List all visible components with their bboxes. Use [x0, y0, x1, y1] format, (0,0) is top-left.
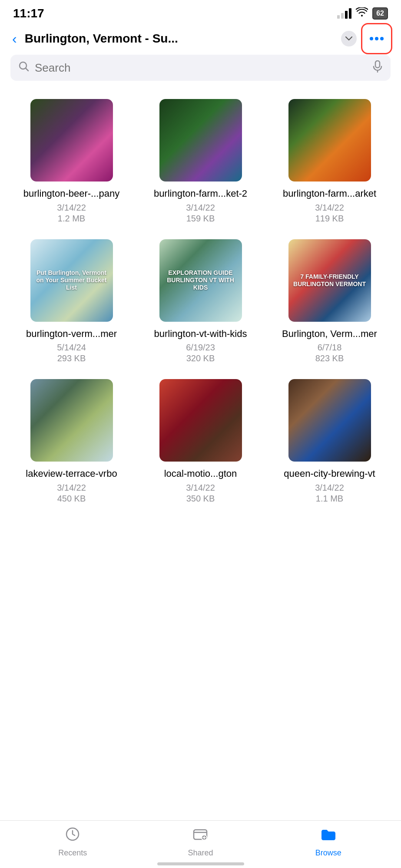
file-date: 3/14/22 [186, 483, 215, 493]
tab-browse[interactable]: Browse [265, 826, 392, 858]
tab-recents-label: Recents [58, 848, 87, 858]
file-name: burlington-farm...ket-2 [154, 188, 247, 200]
file-size: 119 KB [315, 214, 344, 224]
tab-recents[interactable]: Recents [9, 826, 136, 858]
home-indicator [157, 862, 244, 865]
file-size: 293 KB [57, 353, 86, 363]
svg-rect-1 [375, 61, 380, 68]
chevron-down-icon[interactable] [341, 31, 357, 46]
file-thumbnail [288, 99, 371, 182]
file-item[interactable]: 7 FAMILY-FRIENDLY BURLINGTON VERMONT Bur… [265, 232, 394, 373]
tab-bar: Recents Shared Browse [0, 820, 401, 868]
file-size: 823 KB [315, 353, 344, 363]
more-button[interactable] [361, 23, 392, 54]
ellipsis-icon [370, 37, 384, 40]
file-thumbnail: EXPLORATION GUIDE BURLINGTON VT WITH KID… [159, 239, 242, 322]
nav-bar: ‹ Burlington, Vermont - Su... [0, 24, 401, 53]
file-item[interactable]: burlington-farm...arket 3/14/22 119 KB [265, 92, 394, 232]
back-button[interactable]: ‹ [9, 29, 20, 49]
status-time: 11:17 [13, 7, 44, 20]
recents-icon [65, 826, 80, 846]
file-thumbnail: Put Burlington, Vermont on Your Summer B… [30, 239, 113, 322]
file-size: 350 KB [186, 494, 215, 504]
file-date: 3/14/22 [57, 203, 86, 213]
file-name: burlington-verm...mer [26, 328, 117, 340]
file-thumbnail [30, 379, 113, 462]
file-size: 1.1 MB [316, 494, 343, 504]
browse-icon [320, 826, 337, 846]
file-date: 3/14/22 [315, 203, 344, 213]
file-size: 450 KB [57, 494, 86, 504]
file-thumbnail [288, 379, 371, 462]
tab-shared-label: Shared [188, 848, 213, 858]
file-date: 3/14/22 [186, 203, 215, 213]
file-item[interactable]: burlington-farm...ket-2 3/14/22 159 KB [136, 92, 265, 232]
file-item[interactable]: queen-city-brewing-vt 3/14/22 1.1 MB [265, 372, 394, 512]
file-name: queen-city-brewing-vt [284, 468, 375, 480]
file-thumbnail [30, 99, 113, 182]
status-bar: 11:17 62 [0, 0, 401, 24]
file-thumbnail [159, 99, 242, 182]
search-bar[interactable] [10, 55, 391, 81]
status-icons: 62 [337, 7, 388, 20]
file-name: lakeview-terrace-vrbo [26, 468, 117, 480]
file-thumbnail: 7 FAMILY-FRIENDLY BURLINGTON VERMONT [288, 239, 371, 322]
wifi-icon [356, 7, 368, 20]
file-name: burlington-vt-with-kids [154, 328, 247, 340]
file-item[interactable]: lakeview-terrace-vrbo 3/14/22 450 KB [7, 372, 136, 512]
file-name: burlington-beer-...pany [23, 188, 119, 200]
signal-icon [337, 8, 351, 19]
file-size: 159 KB [186, 214, 215, 224]
search-icon [18, 61, 30, 75]
file-item[interactable]: burlington-beer-...pany 3/14/22 1.2 MB [7, 92, 136, 232]
file-date: 6/7/18 [318, 343, 342, 353]
shared-icon [192, 826, 209, 846]
file-item[interactable]: EXPLORATION GUIDE BURLINGTON VT WITH KID… [136, 232, 265, 373]
file-name: local-motio...gton [164, 468, 237, 480]
file-name: burlington-farm...arket [283, 188, 376, 200]
file-date: 3/14/22 [57, 483, 86, 493]
file-thumbnail [159, 379, 242, 462]
file-date: 3/14/22 [315, 483, 344, 493]
page-title: Burlington, Vermont - Su... [25, 32, 337, 46]
tab-browse-label: Browse [315, 848, 341, 858]
search-input[interactable] [35, 61, 367, 75]
file-name: Burlington, Verm...mer [282, 328, 377, 340]
file-date: 6/19/23 [186, 343, 215, 353]
battery-icon: 62 [372, 7, 388, 20]
file-size: 320 KB [186, 353, 215, 363]
mic-icon[interactable] [372, 60, 383, 76]
file-item[interactable]: Put Burlington, Vermont on Your Summer B… [7, 232, 136, 373]
file-size: 1.2 MB [58, 214, 85, 224]
tab-shared[interactable]: Shared [136, 826, 264, 858]
file-item[interactable]: local-motio...gton 3/14/22 350 KB [136, 372, 265, 512]
file-date: 5/14/24 [57, 343, 86, 353]
file-grid: burlington-beer-...pany 3/14/22 1.2 MB b… [0, 88, 401, 517]
